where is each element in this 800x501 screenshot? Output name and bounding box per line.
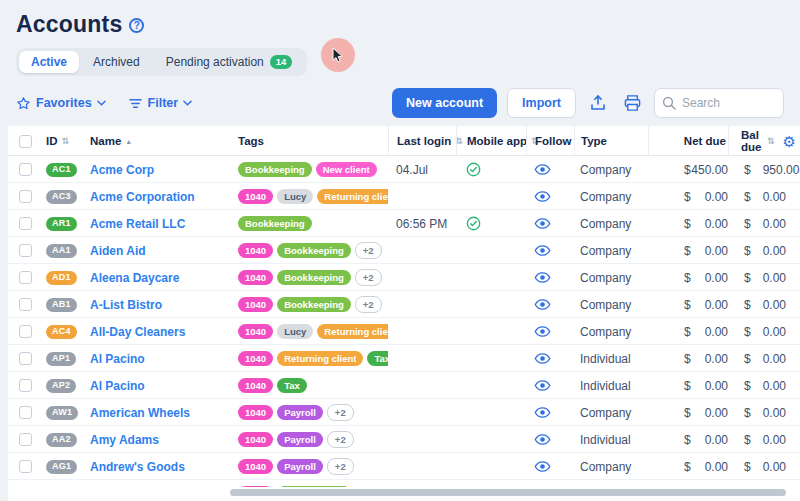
account-name-link[interactable]: Acme Corp (90, 163, 154, 177)
tag-pill[interactable]: Lucy (277, 324, 313, 340)
row-checkbox[interactable] (19, 244, 32, 257)
column-header-name[interactable]: Name▲ (86, 126, 232, 156)
more-tags-pill[interactable]: +2 (327, 404, 354, 422)
accounts-table: ID⇅Name▲TagsLast login⇅Mobile app⇅Follow… (8, 126, 800, 501)
follow-eye-icon[interactable] (534, 163, 551, 176)
account-name-link[interactable]: Acme Corporation (90, 190, 195, 204)
tag-pill[interactable]: 1040 (238, 243, 273, 259)
account-name-cell: Amy Adams (86, 426, 232, 453)
row-checkbox[interactable] (19, 190, 32, 203)
column-header-id[interactable]: ID⇅ (42, 126, 86, 156)
tag-pill[interactable]: 1040 (238, 351, 273, 367)
tag-pill[interactable]: 1040 (238, 405, 273, 421)
tag-pill[interactable]: Payroll (277, 405, 323, 421)
tag-pill[interactable]: Bookkeeping (238, 162, 312, 178)
more-tags-pill[interactable]: +2 (355, 269, 382, 287)
account-name-link[interactable]: American Wheels (90, 406, 190, 420)
table-row: AC4All-Day Cleaners1040LucyReturning cli… (8, 318, 800, 345)
follow-eye-icon[interactable] (534, 298, 551, 311)
tabs: ActiveArchivedPending activation14 (16, 48, 307, 76)
tag-pill[interactable]: Bookkeeping (277, 270, 351, 286)
account-type-cell: Individual (574, 372, 648, 399)
print-button[interactable] (620, 91, 644, 115)
tag-pill[interactable]: 1040 (238, 270, 273, 286)
account-name-link[interactable]: Aiden Aid (90, 244, 146, 258)
account-name-link[interactable]: Aleena Daycare (90, 271, 179, 285)
column-header-last_login[interactable]: Last login⇅ (388, 126, 456, 156)
account-name-link[interactable]: Amy Adams (90, 433, 159, 447)
row-checkbox[interactable] (19, 379, 32, 392)
tag-pill[interactable]: Returning client (277, 351, 363, 367)
horizontal-scrollbar-thumb[interactable] (230, 489, 786, 496)
tab-active[interactable]: Active (19, 51, 79, 73)
follow-eye-icon[interactable] (534, 244, 551, 257)
account-name-link[interactable]: Al Pacino (90, 352, 145, 366)
column-header-bal_due[interactable]: Bal due⇅⚙ (728, 126, 800, 156)
search-box (654, 88, 784, 118)
account-name-link[interactable]: A-List Bistro (90, 298, 162, 312)
tag-pill[interactable]: New client (316, 162, 377, 178)
follow-eye-icon[interactable] (534, 433, 551, 446)
row-checkbox[interactable] (19, 352, 32, 365)
tag-pill[interactable]: Payroll (277, 459, 323, 475)
follow-eye-icon[interactable] (534, 406, 551, 419)
favorites-button[interactable]: Favorites (16, 96, 106, 111)
tag-pill[interactable]: Returning client (317, 324, 388, 340)
follow-eye-icon[interactable] (534, 460, 551, 473)
tag-pill[interactable]: Bookkeeping (238, 216, 312, 232)
account-id-cell: AD1 (42, 264, 86, 291)
row-checkbox[interactable] (19, 298, 32, 311)
tag-pill[interactable]: Payroll (277, 432, 323, 448)
follow-eye-icon[interactable] (534, 217, 551, 230)
more-tags-pill[interactable]: +2 (355, 296, 382, 314)
tag-pill[interactable]: 1040 (238, 378, 273, 394)
help-icon[interactable]: ? (129, 18, 144, 33)
row-checkbox[interactable] (19, 271, 32, 284)
account-name-link[interactable]: Andrew's Goods (90, 460, 185, 474)
tag-pill[interactable]: 1040 (238, 324, 273, 340)
row-checkbox[interactable] (19, 325, 32, 338)
currency-sign: $ (684, 460, 691, 474)
tag-pill[interactable]: 1040 (238, 486, 273, 487)
filter-button[interactable]: Filter (128, 96, 193, 110)
account-name-link[interactable]: All-Day Cleaners (90, 325, 185, 339)
more-tags-pill[interactable]: +2 (327, 458, 354, 476)
row-checkbox[interactable] (19, 433, 32, 446)
tab-pending-activation[interactable]: Pending activation14 (154, 51, 305, 73)
mobile-app-cell (456, 318, 526, 345)
tag-pill[interactable]: 1040 (238, 189, 273, 205)
tag-pill[interactable]: Bookkeeping (277, 243, 351, 259)
follow-eye-icon[interactable] (534, 379, 551, 392)
tag-pill[interactable]: Bookkeeping (277, 486, 351, 487)
tag-pill[interactable]: Returning client (317, 189, 388, 205)
table-row: 1040Bookkeeping (8, 480, 800, 487)
tag-pill[interactable]: 1040 (238, 432, 273, 448)
net-due-amount: 0.00 (705, 298, 728, 312)
follow-eye-icon[interactable] (534, 271, 551, 284)
import-button[interactable]: Import (507, 88, 576, 118)
tag-pill[interactable]: 1040 (238, 297, 273, 313)
account-name-link[interactable]: Acme Retail LLC (90, 217, 185, 231)
follow-eye-icon[interactable] (534, 190, 551, 203)
row-checkbox[interactable] (19, 406, 32, 419)
tag-pill[interactable]: Bookkeeping (277, 297, 351, 313)
follow-eye-icon[interactable] (534, 325, 551, 338)
more-tags-pill[interactable]: +2 (327, 431, 354, 449)
row-checkbox[interactable] (19, 460, 32, 473)
column-settings-gear-icon[interactable]: ⚙ (783, 134, 796, 149)
select-all-checkbox[interactable] (19, 135, 32, 148)
tag-pill[interactable]: 1040 (238, 459, 273, 475)
tab-archived[interactable]: Archived (81, 51, 152, 73)
accounts-page: Accounts ? ActiveArchivedPending activat… (0, 0, 800, 501)
export-button[interactable] (586, 91, 610, 115)
tag-pill[interactable]: Lucy (277, 189, 313, 205)
new-account-button[interactable]: New account (392, 88, 497, 118)
account-name-link[interactable]: Al Pacino (90, 379, 145, 393)
column-header-mobile[interactable]: Mobile app⇅ (456, 126, 526, 156)
row-checkbox[interactable] (19, 163, 32, 176)
tag-pill[interactable]: Tax (367, 351, 388, 367)
tag-pill[interactable]: Tax (277, 378, 307, 394)
row-checkbox[interactable] (19, 217, 32, 230)
more-tags-pill[interactable]: +2 (355, 242, 382, 260)
follow-eye-icon[interactable] (534, 352, 551, 365)
